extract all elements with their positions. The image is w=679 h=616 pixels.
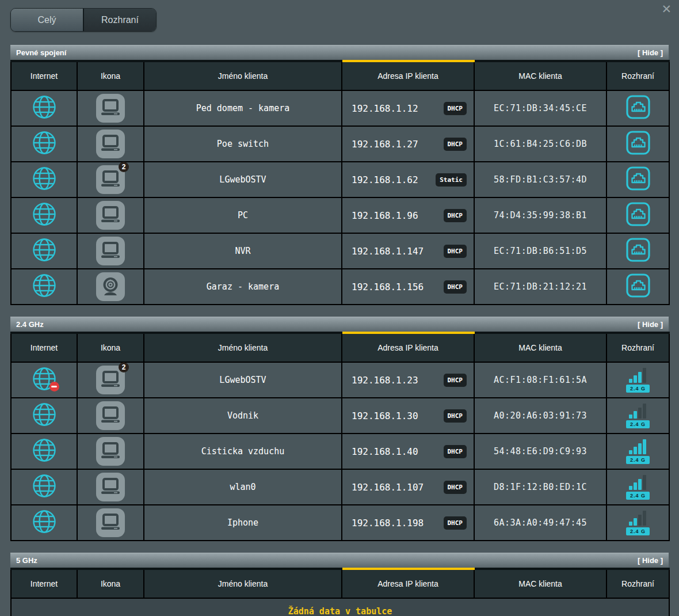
signal-bar <box>629 415 632 419</box>
device-count-badge: 2 <box>119 162 129 172</box>
client-ip-cell: 192.168.1.156DHCP <box>342 269 474 305</box>
column-header-mac-klienta[interactable]: MAC klienta <box>474 569 606 598</box>
internet-globe-icon <box>31 94 58 120</box>
hide-link[interactable]: [ Hide ] <box>638 556 663 565</box>
client-ip: 192.168.1.30 <box>352 410 418 421</box>
ip-type-badge: Static <box>436 173 467 187</box>
internet-globe-icon <box>31 237 58 263</box>
column-header-mac-klienta[interactable]: MAC klienta <box>474 333 606 362</box>
column-header-jmeno-klienta[interactable]: Jméno klienta <box>144 569 342 598</box>
device-icon-cell[interactable] <box>77 233 144 269</box>
column-header-rozhrani[interactable]: Rozhraní <box>606 61 669 90</box>
client-row[interactable]: Iphone192.168.1.198DHCP6A:3A:A0:49:47:45… <box>11 505 669 541</box>
column-header-internet[interactable]: Internet <box>11 569 77 598</box>
column-header-rozhrani[interactable]: Rozhraní <box>606 333 669 362</box>
client-name: wlan0 <box>144 469 342 505</box>
column-header-jmeno-klienta[interactable]: Jméno klienta <box>144 333 342 362</box>
client-row[interactable]: 2LGwebOSTV192.168.1.23DHCPAC:F1:08:F1:61… <box>11 362 669 398</box>
client-ip: 192.168.1.62 <box>352 174 418 185</box>
column-header-internet[interactable]: Internet <box>11 333 77 362</box>
wifi-band-badge: 2.4 G <box>626 420 650 428</box>
client-mac: D8:1F:12:B0:ED:1C <box>474 469 606 505</box>
column-header-ikona[interactable]: Ikona <box>77 569 144 598</box>
wifi-signal-icon: 2.4 G <box>626 475 650 500</box>
laptop-device-icon <box>96 237 125 265</box>
device-icon-cell[interactable] <box>77 469 144 505</box>
column-header-adresa-ip-klienta[interactable]: Adresa IP klienta <box>342 569 474 598</box>
column-header-adresa-ip-klienta[interactable]: Adresa IP klienta <box>342 333 474 362</box>
ethernet-icon <box>625 94 651 120</box>
client-row[interactable]: PC192.168.1.96DHCP74:D4:35:99:38:B1 <box>11 197 669 233</box>
client-mac: 6A:3A:A0:49:47:45 <box>474 505 606 541</box>
signal-bars <box>629 511 646 526</box>
client-ip-cell: 192.168.1.62Static <box>342 162 474 197</box>
client-row[interactable]: Cisticka vzduchu192.168.1.40DHCP54:48:E6… <box>11 434 669 469</box>
hide-link[interactable]: [ Hide ] <box>638 48 663 57</box>
internet-status-cell <box>11 505 77 541</box>
interface-cell <box>606 233 669 269</box>
column-header-internet[interactable]: Internet <box>11 61 77 90</box>
tab-cely[interactable]: Celý <box>11 9 83 31</box>
ip-type-badge: DHCP <box>444 280 467 294</box>
hide-link[interactable]: [ Hide ] <box>638 320 663 329</box>
client-ip: 192.168.1.27 <box>352 139 418 150</box>
interface-cell <box>606 126 669 162</box>
device-icon-cell[interactable] <box>77 505 144 541</box>
wifi-band-badge: 2.4 G <box>626 527 650 535</box>
client-mac: EC:71:DB:34:45:CE <box>474 90 606 126</box>
device-icon-cell[interactable] <box>77 126 144 162</box>
client-row[interactable]: Vodnik192.168.1.30DHCPA0:20:A6:03:91:732… <box>11 398 669 434</box>
internet-globe-icon <box>31 130 58 156</box>
device-icon-cell[interactable] <box>77 90 144 126</box>
device-icon-cell[interactable] <box>77 434 144 469</box>
client-row[interactable]: NVR192.168.1.147DHCPEC:71:DB:B6:51:D5 <box>11 233 669 269</box>
signal-bar <box>629 486 632 490</box>
laptop-device-icon <box>96 437 125 466</box>
close-icon[interactable]: ✕ <box>661 3 672 16</box>
ip-type-badge: DHCP <box>444 102 467 115</box>
client-name: LGwebOSTV <box>144 162 342 197</box>
ip-type-badge: DHCP <box>444 481 467 494</box>
device-icon-cell[interactable] <box>77 398 144 434</box>
wifi-band-badge: 2.4 G <box>626 456 650 464</box>
device-icon-cell[interactable] <box>77 197 144 233</box>
internet-status-cell <box>11 469 77 505</box>
device-icon-cell[interactable]: 2 <box>77 162 144 197</box>
wifi-signal-icon: 2.4 G <box>626 439 650 464</box>
column-header-adresa-ip-klienta[interactable]: Adresa IP klienta <box>342 61 474 90</box>
column-header-ikona[interactable]: Ikona <box>77 61 144 90</box>
client-row[interactable]: 2LGwebOSTV192.168.1.62Static58:FD:B1:C3:… <box>11 162 669 197</box>
ip-type-badge: DHCP <box>444 374 467 387</box>
device-icon-cell[interactable] <box>77 269 144 305</box>
column-header-mac-klienta[interactable]: MAC klienta <box>474 61 606 90</box>
signal-bar <box>643 475 646 490</box>
tab-rozhrani[interactable]: Rozhraní <box>83 9 156 31</box>
device-icon-cell[interactable]: 2 <box>77 362 144 398</box>
laptop-device-icon <box>96 401 125 430</box>
signal-bar <box>629 522 632 526</box>
wifi-signal-icon: 2.4 G <box>626 368 650 393</box>
signal-bar <box>629 450 632 454</box>
client-name: Cisticka vzduchu <box>144 434 342 469</box>
column-header-jmeno-klienta[interactable]: Jméno klienta <box>144 61 342 90</box>
interface-cell: 2.4 G <box>606 434 669 469</box>
client-row[interactable]: wlan0192.168.1.107DHCPD8:1F:12:B0:ED:1C2… <box>11 469 669 505</box>
column-header-ikona[interactable]: Ikona <box>77 333 144 362</box>
webcam-device-icon <box>96 272 125 301</box>
internet-status-cell <box>11 233 77 269</box>
section-5-ghz: 5 GHz[ Hide ]InternetIkonaJméno klientaA… <box>10 553 669 616</box>
client-ip: 192.168.1.96 <box>352 210 418 221</box>
column-header-rozhrani[interactable]: Rozhraní <box>606 569 669 598</box>
internet-status-cell <box>11 269 77 305</box>
client-row[interactable]: Garaz - kamera192.168.1.156DHCPEC:71:DB:… <box>11 269 669 305</box>
signal-bar <box>629 379 632 383</box>
laptop-device-icon <box>96 94 125 123</box>
interface-cell: 2.4 G <box>606 505 669 541</box>
ip-type-badge: DHCP <box>444 245 467 258</box>
client-ip: 192.168.1.107 <box>352 482 424 493</box>
client-name: Vodnik <box>144 398 342 434</box>
internet-status-cell <box>11 398 77 434</box>
client-row[interactable]: Ped domem - kamera192.168.1.12DHCPEC:71:… <box>11 90 669 126</box>
signal-bars <box>629 475 646 490</box>
client-row[interactable]: Poe switch192.168.1.27DHCP1C:61:B4:25:C6… <box>11 126 669 162</box>
